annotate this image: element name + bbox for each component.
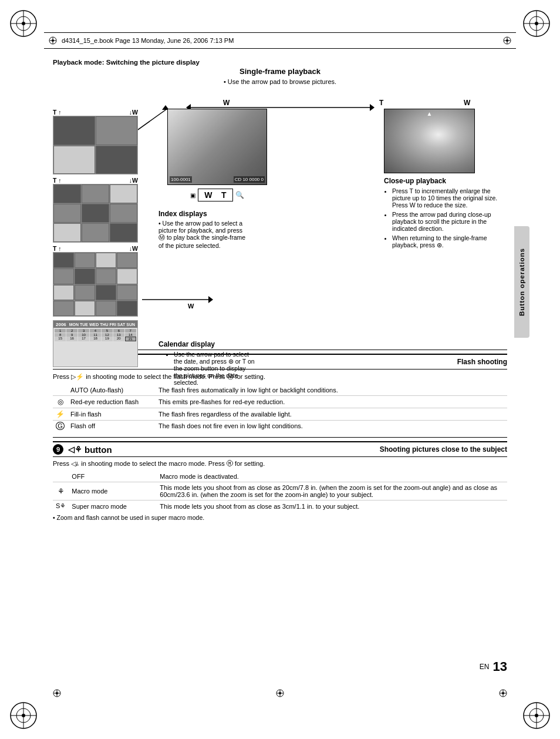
corner-decoration-bl — [6, 698, 41, 733]
index-image-3 — [53, 252, 138, 317]
flash-off-name: Flash off — [68, 421, 156, 432]
svg-point-47 — [279, 692, 281, 694]
flash-auto-name: AUTO (Auto-flash) — [68, 385, 156, 396]
macro-off-name: OFF — [69, 471, 157, 482]
svg-marker-31 — [370, 104, 375, 111]
top-diagram: W T W W T ↑ ↓W — [53, 97, 507, 344]
macro-off-icon — [53, 471, 69, 482]
flash-auto-desc: The flash fires automatically in low lig… — [156, 385, 507, 396]
macro-button-section: 9 ◁⚘ button Shooting pictures close to t… — [53, 441, 507, 521]
flash-fillin-icon: ⚡ — [53, 408, 68, 421]
index-displays-bullet: • Use the arrow pad to select a picture … — [158, 220, 249, 249]
side-tab-button-operations: Button operations — [514, 226, 529, 338]
index-displays-title: Index displays — [158, 210, 249, 218]
svg-point-51 — [502, 692, 504, 694]
diagram-wrapper: W T W W T ↑ ↓W — [53, 97, 507, 344]
index-displays-text: Index displays • Use the arrow pad to se… — [158, 210, 249, 249]
macro-section-num: 9 — [53, 444, 63, 455]
zoom-icon-right: 🔍 — [235, 191, 244, 199]
section-intro-text: • Use the arrow pad to browse pictures. — [53, 78, 507, 85]
macro-macro-name: Macro mode — [69, 482, 157, 500]
header-bar: d4314_15_e.book Page 13 Monday, June 26,… — [44, 32, 516, 49]
index-image-1-wrapper: T ↑ ↓W — [53, 109, 144, 174]
flash-auto-icon — [53, 385, 68, 396]
flash-row-auto: AUTO (Auto-flash) The flash fires automa… — [53, 385, 507, 396]
flash-press-desc: Press ▷⚡ in shooting mode to select the … — [53, 372, 507, 381]
closeup-title: Close-up playback — [384, 177, 507, 185]
flash-off-icon: G — [53, 421, 68, 432]
index-image-2-wrapper: T ↑ ↓W — [53, 177, 144, 243]
svg-point-27 — [506, 39, 508, 42]
macro-row-off: OFF Macro mode is deactivated. — [53, 471, 507, 482]
corner-decoration-br — [519, 698, 554, 733]
svg-point-14 — [22, 714, 25, 717]
macro-right-label: Shooting pictures close to the subject — [380, 445, 507, 454]
main-image-container: 100-0001 CD 10 0000 0 ▣ W T 🔍 — [158, 109, 276, 201]
flash-row-fillin: ⚡ Fill-in flash The flash fires regardle… — [53, 408, 507, 421]
closeup-bullet-2: Press the arrow pad during close-up play… — [392, 211, 507, 232]
corner-decoration-tr — [519, 6, 554, 41]
svg-text:W: W — [464, 99, 471, 107]
macro-section-header: 9 ◁⚘ button Shooting pictures close to t… — [53, 441, 507, 457]
left-column: T ↑ ↓W T ↑ ↓W — [53, 109, 144, 370]
svg-point-19 — [535, 714, 538, 717]
flash-fillin-name: Fill-in flash — [68, 408, 156, 421]
macro-row-macro: ⚘ Macro mode This mode lets you shoot fr… — [53, 482, 507, 500]
w-label-3: ↓W — [129, 245, 138, 252]
single-frame-subtitle: Single-frame playback — [53, 67, 507, 76]
macro-super-name: Super macro mode — [69, 500, 157, 512]
t-label-3: T ↑ — [53, 245, 62, 252]
center-column: 100-0001 CD 10 0000 0 ▣ W T 🔍 — [158, 109, 276, 386]
tw-labels-3: T ↑ ↓W — [53, 245, 138, 252]
corner-decoration-tl — [6, 6, 41, 41]
flash-off-desc: The flash does not fire even in low ligh… — [156, 421, 507, 432]
page-number: 13 — [493, 659, 507, 674]
macro-macro-desc: This mode lets you shoot from as close a… — [157, 482, 507, 500]
svg-point-9 — [535, 22, 538, 25]
index-image-2 — [53, 184, 138, 243]
macro-super-desc: This mode lets you shoot from as close a… — [157, 500, 507, 512]
calendar-bullet-item: Use the arrow pad to select the date, an… — [174, 351, 255, 386]
flash-redeye-desc: This emits pre-flashes for red-eye reduc… — [156, 396, 507, 408]
svg-text:W: W — [223, 99, 230, 107]
macro-section-divider — [53, 437, 507, 438]
macro-note: • Zoom and flash cannot be used in super… — [53, 514, 507, 521]
svg-point-4 — [22, 22, 25, 25]
flash-redeye-icon: ◎ — [53, 396, 68, 408]
header-file-info: d4314_15_e.book Page 13 Monday, June 26,… — [62, 37, 234, 44]
page-en-label: EN — [480, 663, 490, 671]
tw-labels-1: T ↑ ↓W — [53, 109, 138, 116]
svg-text:T: T — [379, 99, 384, 107]
closeup-rose-image: ▲ — [384, 109, 475, 173]
right-column: ▲ Close-up playback Press T to increment… — [384, 109, 507, 251]
tw-labels-2: T ↑ ↓W — [53, 177, 138, 184]
flash-row-redeye: ◎ Red-eye reduction flash This emits pre… — [53, 396, 507, 408]
closeup-bullets-list: Press T to incrementally enlarge the pic… — [384, 187, 507, 248]
index-image-1 — [53, 116, 138, 174]
main-rose-image: 100-0001 CD 10 0000 0 — [167, 109, 267, 185]
flash-right-label: Flash shooting — [457, 358, 507, 366]
macro-table: OFF Macro mode is deactivated. ⚘ Macro m… — [53, 471, 507, 512]
macro-icon: ◁⚘ — [68, 445, 82, 454]
playback-mode-title: Playback mode: Switching the picture dis… — [53, 59, 507, 66]
flash-table: AUTO (Auto-flash) The flash fires automa… — [53, 385, 507, 431]
macro-super-icon: S⚘ — [53, 500, 69, 512]
macro-macro-icon: ⚘ — [53, 482, 69, 500]
main-content: Playback mode: Switching the picture dis… — [53, 59, 507, 692]
w-label-2: ↓W — [129, 177, 138, 184]
crosshair-bottom-left — [53, 689, 61, 699]
calendar-display-text: Calendar display Use the arrow pad to se… — [158, 340, 255, 386]
calendar-display-title: Calendar display — [158, 340, 255, 348]
t-label-2: T ↑ — [53, 177, 62, 184]
crosshair-bottom-center — [276, 689, 284, 699]
macro-section-title: 9 ◁⚘ button — [53, 444, 112, 455]
zoom-w-label: W — [204, 190, 212, 200]
svg-point-23 — [52, 39, 54, 42]
flash-fillin-desc: The flash fires regardless of the availa… — [156, 408, 507, 421]
flash-row-off: G Flash off The flash does not fire even… — [53, 421, 507, 432]
calendar-image-wrapper: 2006MON TUE WED THU FRI SAT SUN 1 2 3 4 … — [53, 320, 144, 367]
calendar-image: 2006MON TUE WED THU FRI SAT SUN 1 2 3 4 … — [53, 320, 138, 367]
macro-press-desc: Press ◁⫰ in shooting mode to select the … — [53, 460, 507, 468]
zoom-icon-left: ▣ — [190, 192, 195, 199]
index-image-3-wrapper: T ↑ ↓W — [53, 245, 144, 317]
